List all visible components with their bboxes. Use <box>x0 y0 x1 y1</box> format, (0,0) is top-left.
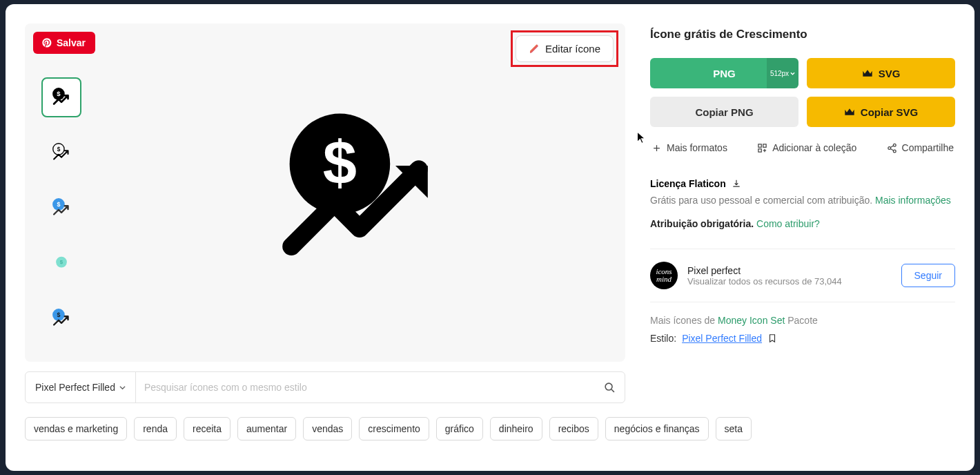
style-prefix: Estilo: <box>650 333 676 344</box>
save-button-label: Salvar <box>57 37 86 48</box>
tag[interactable]: seta <box>716 417 752 440</box>
style-filter-label: Pixel Perfect Filled <box>35 382 115 393</box>
variant-thumb[interactable]: $ <box>41 188 81 228</box>
details-panel: Ícone grátis de Crescimento PNG 512px SV… <box>650 23 955 403</box>
svg-label: SVG <box>879 68 901 79</box>
main-preview: $ <box>94 23 625 362</box>
style-search-bar: Pixel Perfect Filled <box>25 371 625 403</box>
search-icon <box>604 382 616 394</box>
svg-point-18 <box>893 150 896 153</box>
icon-preview-area: Salvar Editar ícone $ $ $ $ $ <box>25 23 625 362</box>
svg-point-16 <box>893 144 896 146</box>
style-link[interactable]: Pixel Perfect Filled <box>682 333 762 344</box>
chevron-down-icon <box>119 385 126 391</box>
copy-png-button[interactable]: Copiar PNG <box>650 97 798 127</box>
more-formats-button[interactable]: Mais formatos <box>651 142 727 153</box>
pinterest-icon <box>41 37 52 48</box>
tag[interactable]: negócios e finanças <box>605 417 709 440</box>
variant-thumb[interactable]: $ <box>41 77 81 117</box>
author-name[interactable]: Pixel perfect <box>687 265 892 276</box>
bookmark-icon[interactable] <box>767 333 777 344</box>
svg-rect-13 <box>758 144 761 146</box>
attribution-label: Atribuição obrigatória. <box>650 218 754 229</box>
crown-icon <box>844 107 855 117</box>
collection-icon <box>757 143 767 153</box>
icon-detail-modal: Salvar Editar ícone $ $ $ $ $ <box>6 4 974 471</box>
tag[interactable]: vendas <box>303 417 352 440</box>
variant-thumb[interactable]: $ <box>41 298 81 338</box>
license-sub: Grátis para uso pessoal e comercial com … <box>650 195 872 206</box>
svg-text:$: $ <box>57 311 60 318</box>
tag[interactable]: crescimento <box>359 417 429 440</box>
attribution-link[interactable]: Como atribuir? <box>756 218 820 229</box>
svg-text:$: $ <box>57 146 61 153</box>
download-png-button[interactable]: PNG 512px <box>650 58 798 88</box>
svg-rect-14 <box>763 144 766 146</box>
edit-icon-button[interactable]: Editar ícone <box>516 35 614 62</box>
mouse-cursor-icon <box>636 131 646 145</box>
png-size-selector[interactable]: 512px <box>767 58 798 88</box>
copy-svg-label: Copiar SVG <box>861 106 918 118</box>
follow-button[interactable]: Seguir <box>901 264 955 287</box>
search-button[interactable] <box>594 382 625 394</box>
pack-info: Mais ícones de Money Icon Set Pacote <box>650 315 955 326</box>
edit-icon-label: Editar ícone <box>545 43 600 55</box>
png-label: PNG <box>713 68 736 79</box>
svg-point-17 <box>888 146 890 149</box>
download-svg-button[interactable]: SVG <box>807 58 955 88</box>
plus-icon <box>651 143 662 153</box>
save-pinterest-button[interactable]: Salvar <box>33 32 95 54</box>
pencil-icon <box>529 43 540 55</box>
author-avatar[interactable]: icons mind <box>650 262 678 289</box>
svg-point-12 <box>605 383 612 390</box>
share-label: Compartilhe <box>902 142 954 153</box>
svg-text:$: $ <box>57 90 61 97</box>
growth-icon: $ <box>270 103 449 282</box>
crown-icon <box>862 68 873 78</box>
add-collection-button[interactable]: Adicionar à coleção <box>757 142 856 153</box>
more-formats-label: Mais formatos <box>667 142 727 153</box>
dropdown-icon <box>790 72 795 75</box>
svg-text:$: $ <box>323 128 357 197</box>
author-resources[interactable]: Visualizar todos os recursos de 73,044 <box>687 276 892 287</box>
license-more-link[interactable]: Mais informações <box>875 195 951 206</box>
share-icon <box>887 143 897 153</box>
copy-svg-button[interactable]: Copiar SVG <box>807 97 955 127</box>
add-collection-label: Adicionar à coleção <box>772 142 856 153</box>
tag[interactable]: receita <box>184 417 231 440</box>
variant-list: $ $ $ $ $ <box>25 23 94 362</box>
tag[interactable]: renda <box>134 417 177 440</box>
svg-rect-15 <box>758 148 761 151</box>
png-size-value: 512px <box>770 70 789 77</box>
variant-thumb[interactable]: $ <box>41 133 81 173</box>
tag[interactable]: aumentar <box>237 417 296 440</box>
pack-link[interactable]: Money Icon Set <box>718 315 785 326</box>
tag[interactable]: dinheiro <box>490 417 542 440</box>
style-search-input[interactable] <box>136 372 594 403</box>
icon-title: Ícone grátis de Crescimento <box>650 28 955 41</box>
variant-thumb[interactable]: $ <box>41 243 81 283</box>
download-icon <box>732 179 741 188</box>
svg-text:$: $ <box>57 201 60 208</box>
tag[interactable]: vendas e marketing <box>25 417 127 440</box>
license-label: Licença Flaticon <box>650 178 726 189</box>
tag-list: vendas e marketingrendareceitaaumentarve… <box>6 403 974 454</box>
tag[interactable]: recibos <box>549 417 598 440</box>
edit-highlight-box: Editar ícone <box>511 30 618 67</box>
style-filter-select[interactable]: Pixel Perfect Filled <box>26 372 136 403</box>
tag[interactable]: gráfico <box>436 417 483 440</box>
copy-png-label: Copiar PNG <box>695 106 753 118</box>
share-button[interactable]: Compartilhe <box>887 142 954 153</box>
svg-text:$: $ <box>60 259 63 265</box>
